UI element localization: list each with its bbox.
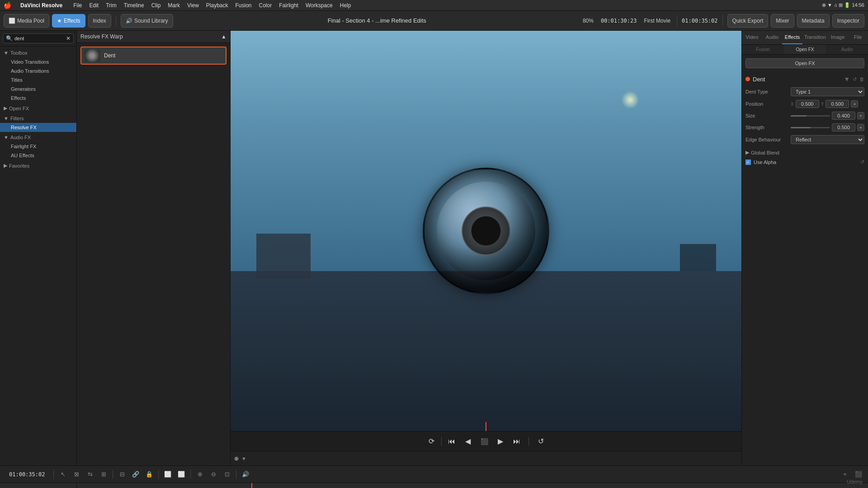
effect-thumbnail (84, 49, 100, 62)
play-button[interactable]: ▶ (494, 435, 507, 448)
sidebar-item-au-effects[interactable]: AU Effects (0, 151, 76, 160)
tl-dynamic-trim[interactable]: ⇆ (84, 469, 96, 480)
collapse-icon[interactable]: ▲ (221, 33, 226, 40)
y-label: Y (821, 102, 824, 107)
position-y-input[interactable] (826, 100, 849, 108)
index-button[interactable]: Index (88, 14, 111, 28)
size-add-icon[interactable]: + (857, 112, 864, 119)
quick-export-button[interactable]: Quick Export (727, 14, 769, 28)
open-fx-header[interactable]: ▶ Open FX (0, 103, 76, 113)
video-preview-container (231, 31, 741, 431)
search-input[interactable] (14, 36, 64, 41)
sidebar-item-video-transitions[interactable]: Video Transitions (0, 57, 76, 66)
media-pool-label: Media Pool (17, 18, 44, 24)
tl-color-pick-2[interactable]: ⬜ (175, 469, 187, 480)
menu-file[interactable]: File (73, 2, 82, 9)
menu-edit[interactable]: Edit (90, 2, 99, 9)
repeat-button[interactable]: ↺ (534, 435, 547, 448)
position-add-icon[interactable]: + (851, 100, 858, 108)
menu-fusion[interactable]: Fusion (236, 2, 252, 9)
position-x-input[interactable] (796, 100, 819, 108)
movie-name[interactable]: First Movie (642, 18, 672, 24)
effects-toolbar-button[interactable]: ★ Effects (52, 14, 85, 28)
inspector-button[interactable]: Inspector (832, 14, 864, 28)
strength-add-icon[interactable]: + (857, 124, 864, 131)
sidebar-item-generators[interactable]: Generators (0, 84, 76, 94)
menu-trim[interactable]: Trim (106, 2, 117, 9)
quick-export-label: Quick Export (732, 18, 764, 24)
tl-trim-tool[interactable]: ⊠ (71, 469, 82, 480)
sound-library-button[interactable]: 🔊 Sound Library (121, 14, 173, 28)
open-fx-button[interactable]: Open FX (745, 58, 864, 68)
menu-timeline[interactable]: Timeline (124, 2, 144, 9)
sidebar-item-fairlight-fx[interactable]: Fairlight FX (0, 142, 76, 151)
edge-behaviour-select[interactable]: Reflect (791, 135, 864, 144)
dent-type-select[interactable]: Type 1 (791, 87, 864, 96)
tl-lock[interactable]: 🔒 (143, 469, 155, 480)
menu-clip[interactable]: Clip (151, 2, 161, 9)
zoom-level[interactable]: 80% (581, 18, 595, 24)
search-bar[interactable]: 🔍 ✕ (3, 33, 74, 43)
tab-video[interactable]: Video (742, 31, 762, 44)
menu-color[interactable]: Color (259, 2, 272, 9)
sidebar-item-audio-transitions[interactable]: Audio Transitions (0, 66, 76, 75)
tl-fit[interactable]: ⊡ (221, 469, 233, 480)
reset-effect-icon[interactable]: ↺ (853, 76, 857, 82)
sub-tab-open-fx[interactable]: Open FX (784, 45, 826, 54)
go-to-start-button[interactable]: ⏮ (445, 435, 458, 448)
metadata-button[interactable]: Metadata (797, 14, 830, 28)
toolbox-header[interactable]: ▼ Toolbox (0, 48, 76, 57)
tl-blade-tool[interactable]: ⊞ (98, 469, 109, 480)
sidebar-item-effects[interactable]: Effects (0, 94, 76, 103)
dent-effect-item[interactable]: Dent (80, 47, 226, 65)
mixer-button[interactable]: Mixer (771, 14, 794, 28)
tl-add-track[interactable]: + (839, 469, 851, 480)
sidebar-item-resolve-fx[interactable]: Resolve FX (0, 123, 76, 132)
effect-active-indicator (745, 77, 750, 81)
media-pool-icon: ⬜ (9, 18, 15, 24)
clear-search-icon[interactable]: ✕ (66, 35, 71, 42)
play-back-button[interactable]: ◀ (462, 435, 474, 448)
tab-transition[interactable]: Transition (802, 31, 828, 44)
strength-input[interactable] (832, 123, 855, 131)
menu-mark[interactable]: Mark (168, 2, 180, 9)
menu-fairlight[interactable]: Fairlight (279, 2, 298, 9)
tab-file[interactable]: File (848, 31, 868, 44)
tl-settings[interactable]: ⬛ (853, 469, 864, 480)
tl-snap[interactable]: ⊟ (116, 469, 128, 480)
menu-help[interactable]: Help (340, 2, 351, 9)
effect-options-icon[interactable]: ▼ (844, 75, 850, 83)
sub-tab-audio-inspector[interactable]: Audio (826, 45, 868, 54)
tl-audio-toggle[interactable]: 🔊 (240, 469, 251, 480)
size-input[interactable] (832, 112, 855, 120)
favorites-header[interactable]: ▶ Favorites (0, 161, 76, 170)
sidebar-item-titles[interactable]: Titles (0, 75, 76, 84)
loop-button[interactable]: ⟳ (425, 435, 438, 448)
strength-slider[interactable] (791, 127, 830, 128)
tab-audio[interactable]: Audio (762, 31, 783, 44)
use-alpha-checkbox[interactable]: ✓ (745, 160, 751, 165)
delete-effect-icon[interactable]: 🗑 (859, 76, 864, 82)
tab-effects[interactable]: Effects (782, 31, 802, 44)
open-fx-btn-label: Open FX (795, 61, 815, 66)
tl-zoom-in[interactable]: ⊕ (194, 469, 206, 480)
tl-color-pick[interactable]: ⬜ (162, 469, 174, 480)
audio-fx-header[interactable]: ▼ Audio FX (0, 133, 76, 142)
edge-behaviour-row: Edge Behaviour Reflect (745, 135, 864, 144)
filters-header[interactable]: ▼ Filters (0, 114, 76, 123)
media-pool-button[interactable]: ⬜ Media Pool (4, 14, 49, 28)
global-blend-row[interactable]: ▶ Global Blend (745, 148, 864, 157)
tab-image[interactable]: Image (828, 31, 848, 44)
menu-workspace[interactable]: Workspace (306, 2, 333, 9)
tl-select-tool[interactable]: ↖ (57, 469, 69, 480)
sub-tab-fusion[interactable]: Fusion (742, 45, 784, 54)
use-alpha-reset-icon[interactable]: ↺ (860, 159, 864, 165)
go-to-end-button[interactable]: ⏭ (510, 435, 523, 448)
stop-button[interactable]: ⬛ (478, 435, 491, 448)
tl-link[interactable]: 🔗 (130, 469, 142, 480)
size-slider[interactable] (791, 115, 830, 117)
tl-zoom-out[interactable]: ⊖ (208, 469, 219, 480)
dent-type-control: Type 1 (791, 87, 864, 96)
menu-playback[interactable]: Playback (206, 2, 228, 9)
menu-view[interactable]: View (187, 2, 199, 9)
